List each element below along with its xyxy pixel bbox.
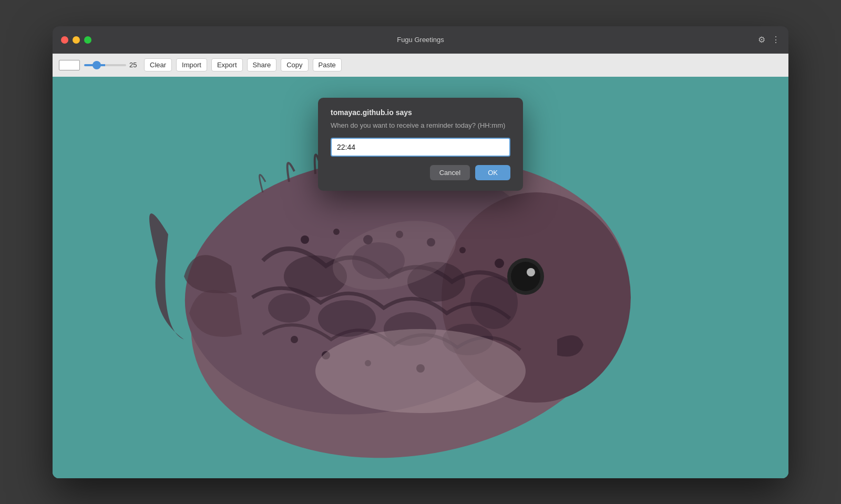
modal-buttons: Cancel OK: [331, 165, 510, 180]
ok-button[interactable]: OK: [475, 165, 510, 180]
title-bar: Fugu Greetings ⚙ ⋮: [53, 26, 788, 54]
window-title: Fugu Greetings: [397, 36, 444, 44]
slider-value: 25: [129, 61, 140, 69]
import-button[interactable]: Import: [176, 58, 207, 71]
export-button[interactable]: Export: [211, 58, 243, 71]
pen-preview: [59, 60, 80, 70]
modal-overlay: tomayac.github.io says When do you want …: [53, 77, 788, 478]
clear-button[interactable]: Clear: [144, 58, 172, 71]
title-bar-icons: ⚙ ⋮: [758, 35, 780, 45]
paste-button[interactable]: Paste: [313, 58, 342, 71]
share-button[interactable]: Share: [247, 58, 277, 71]
modal-origin: tomayac.github.io says: [331, 108, 510, 117]
modal-dialog: tomayac.github.io says When do you want …: [318, 98, 523, 191]
extensions-icon[interactable]: ⚙: [758, 35, 765, 45]
slider-container: 25: [84, 61, 140, 69]
menu-icon[interactable]: ⋮: [772, 35, 780, 45]
toolbar: 25 Clear Import Export Share Copy Paste: [53, 54, 788, 77]
browser-window: Fugu Greetings ⚙ ⋮ 25 Clear Import Expor…: [53, 26, 788, 478]
size-slider[interactable]: [84, 64, 126, 66]
copy-button[interactable]: Copy: [281, 58, 308, 71]
canvas-area[interactable]: tomayac.github.io says When do you want …: [53, 77, 788, 478]
cancel-button[interactable]: Cancel: [430, 165, 470, 180]
maximize-button[interactable]: [84, 36, 91, 44]
reminder-time-input[interactable]: [331, 138, 510, 157]
modal-message: When do you want to receive a reminder t…: [331, 121, 510, 130]
minimize-button[interactable]: [73, 36, 80, 44]
traffic-lights: [61, 36, 91, 44]
close-button[interactable]: [61, 36, 68, 44]
